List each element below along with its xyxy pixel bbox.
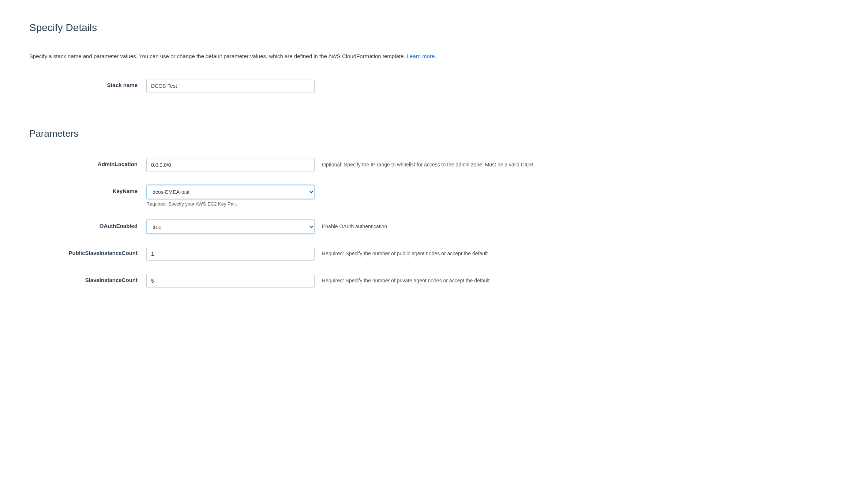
param-label-oauth-enabled: OAuthEnabled — [29, 220, 146, 229]
param-label-key-name: KeyName — [29, 185, 146, 194]
parameters-form: AdminLocationOptional: Specify the IP ra… — [29, 158, 838, 301]
param-hint-key-name: Required: Specify your AWS EC2 Key Pair. — [146, 201, 315, 207]
param-label-admin-location: AdminLocation — [29, 158, 146, 167]
param-description-admin-location: Optional: Specify the IP range to whitel… — [315, 158, 535, 169]
title-divider — [29, 41, 838, 41]
learn-more-link[interactable]: Learn more. — [407, 53, 436, 59]
param-row-oauth-enabled: OAuthEnabledtruefalseEnable OAuth authen… — [29, 220, 838, 234]
param-input-admin-location[interactable] — [146, 158, 315, 172]
param-row-admin-location: AdminLocationOptional: Specify the IP ra… — [29, 158, 838, 172]
parameters-divider — [29, 147, 838, 147]
param-row-slave-instance-count: SlaveInstanceCountRequired: Specify the … — [29, 274, 838, 288]
param-row-public-slave-instance-count: PublicSlaveInstanceCountRequired: Specif… — [29, 247, 838, 261]
param-label-slave-instance-count: SlaveInstanceCount — [29, 274, 146, 283]
param-row-key-name: KeyNamedcos-EMEA-testRequired: Specify y… — [29, 185, 838, 207]
param-select-oauth-enabled[interactable]: truefalse — [146, 220, 315, 234]
stack-name-input[interactable] — [146, 79, 315, 93]
param-select-key-name[interactable]: dcos-EMEA-test — [146, 185, 315, 199]
stack-name-label: Stack name — [29, 79, 146, 88]
param-description-public-slave-instance-count: Required: Specify the number of public a… — [315, 247, 489, 257]
page-description: Specify a stack name and parameter value… — [29, 52, 838, 61]
page-title: Specify Details — [29, 22, 838, 34]
parameters-title: Parameters — [29, 128, 838, 139]
param-input-slave-instance-count[interactable] — [146, 274, 315, 288]
param-label-public-slave-instance-count: PublicSlaveInstanceCount — [29, 247, 146, 256]
param-description-slave-instance-count: Required: Specify the number of private … — [315, 274, 491, 285]
param-input-public-slave-instance-count[interactable] — [146, 247, 315, 261]
param-description-oauth-enabled: Enable OAuth authentication — [315, 220, 387, 230]
